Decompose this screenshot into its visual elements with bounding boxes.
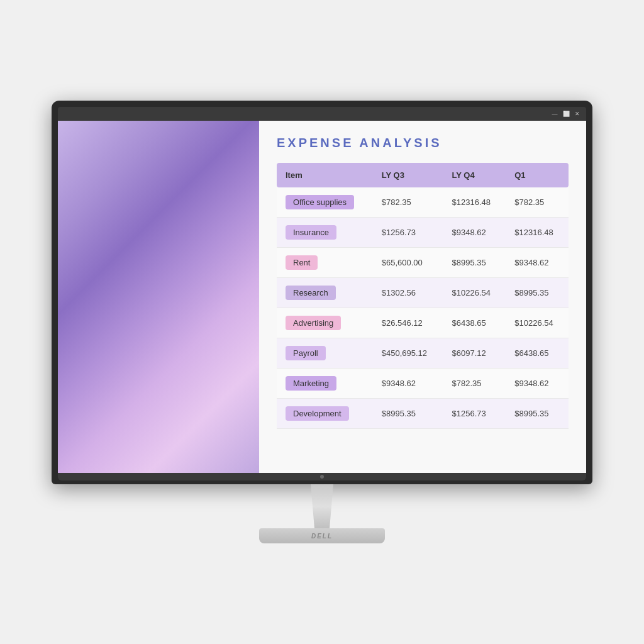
table-cell-lyq3: $1302.56 bbox=[373, 278, 443, 308]
table-row: Advertising$26.546.12$6438.65$10226.54 bbox=[277, 308, 569, 338]
table-cell-lyq4: $9348.62 bbox=[443, 218, 506, 248]
minimize-button[interactable]: — bbox=[551, 110, 558, 118]
table-cell-lyq4: $1256.73 bbox=[443, 399, 506, 429]
table-cell-item: Research bbox=[277, 278, 373, 308]
table-cell-lyq3: $65,600.00 bbox=[373, 248, 443, 278]
table-row: Office supplies$782.35$12316.48$782.35 bbox=[277, 187, 569, 218]
monitor-bottom-bar bbox=[58, 473, 586, 480]
table-row: Payroll$450,695.12$6097.12$6438.65 bbox=[277, 338, 569, 369]
table-cell-item: Advertising bbox=[277, 308, 373, 338]
bottom-dot bbox=[320, 475, 324, 479]
col-header-item: Item bbox=[277, 163, 373, 187]
table-row: Rent$65,600.00$8995.35$9348.62 bbox=[277, 248, 569, 278]
table-cell-lyq4: $8995.35 bbox=[443, 248, 506, 278]
table-cell-q1: $12316.48 bbox=[506, 218, 569, 248]
table-cell-lyq4: $6438.65 bbox=[443, 308, 506, 338]
table-row: Development$8995.35$1256.73$8995.35 bbox=[277, 399, 569, 429]
table-row: Research$1302.56$10226.54$8995.35 bbox=[277, 278, 569, 308]
table-cell-lyq4: $12316.48 bbox=[443, 187, 506, 218]
table-cell-item: Marketing bbox=[277, 369, 373, 399]
screen: EXPENSE ANALYSIS Item LY Q3 LY Q4 Q1 Off… bbox=[58, 121, 586, 473]
table-cell-item: Development bbox=[277, 399, 373, 429]
table-cell-lyq3: $1256.73 bbox=[373, 218, 443, 248]
table-cell-lyq3: $26.546.12 bbox=[373, 308, 443, 338]
table-cell-q1: $8995.35 bbox=[506, 399, 569, 429]
title-bar: — ⬜ ✕ bbox=[58, 107, 586, 121]
table-header-row: Item LY Q3 LY Q4 Q1 bbox=[277, 163, 569, 187]
table-cell-q1: $6438.65 bbox=[506, 338, 569, 369]
table-row: Insurance$1256.73$9348.62$12316.48 bbox=[277, 218, 569, 248]
table-cell-lyq3: $8995.35 bbox=[373, 399, 443, 429]
col-header-q1: Q1 bbox=[506, 163, 569, 187]
monitor-outer: — ⬜ ✕ EXPENSE ANALYSIS Item LY Q3 LY Q4 … bbox=[52, 101, 592, 543]
monitor-stand-base: DELL bbox=[259, 528, 385, 543]
monitor-frame: — ⬜ ✕ EXPENSE ANALYSIS Item LY Q3 LY Q4 … bbox=[52, 101, 592, 484]
close-button[interactable]: ✕ bbox=[574, 110, 581, 118]
page-title: EXPENSE ANALYSIS bbox=[277, 136, 569, 150]
table-cell-lyq3: $9348.62 bbox=[373, 369, 443, 399]
col-header-lyq4: LY Q4 bbox=[443, 163, 506, 187]
maximize-button[interactable]: ⬜ bbox=[562, 110, 570, 118]
content-panel: EXPENSE ANALYSIS Item LY Q3 LY Q4 Q1 Off… bbox=[259, 121, 586, 473]
table-cell-lyq4: $10226.54 bbox=[443, 278, 506, 308]
table-cell-q1: $10226.54 bbox=[506, 308, 569, 338]
table-cell-item: Insurance bbox=[277, 218, 373, 248]
table-cell-q1: $9348.62 bbox=[506, 248, 569, 278]
table-row: Marketing$9348.62$782.35$9348.62 bbox=[277, 369, 569, 399]
decorative-image bbox=[58, 121, 259, 473]
table-cell-item: Rent bbox=[277, 248, 373, 278]
monitor-stand-neck bbox=[303, 484, 341, 528]
table-cell-lyq4: $782.35 bbox=[443, 369, 506, 399]
col-header-lyq3: LY Q3 bbox=[373, 163, 443, 187]
dell-logo: DELL bbox=[311, 533, 333, 540]
table-cell-lyq3: $782.35 bbox=[373, 187, 443, 218]
table-cell-lyq4: $6097.12 bbox=[443, 338, 506, 369]
expense-table: Item LY Q3 LY Q4 Q1 Office supplies$782.… bbox=[277, 163, 569, 429]
table-cell-q1: $9348.62 bbox=[506, 369, 569, 399]
table-cell-item: Payroll bbox=[277, 338, 373, 369]
table-cell-q1: $8995.35 bbox=[506, 278, 569, 308]
table-cell-lyq3: $450,695.12 bbox=[373, 338, 443, 369]
table-cell-item: Office supplies bbox=[277, 187, 373, 218]
table-cell-q1: $782.35 bbox=[506, 187, 569, 218]
